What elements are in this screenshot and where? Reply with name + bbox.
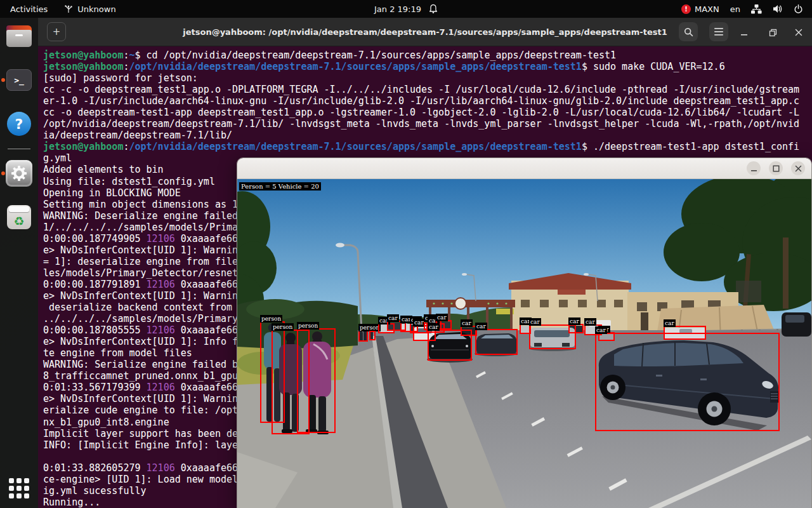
detection-label: car	[529, 318, 541, 326]
maximize-icon	[773, 165, 780, 172]
detection-label: car	[568, 318, 580, 325]
detection-label: car	[387, 314, 399, 322]
detection-label: car	[584, 318, 596, 326]
video-close-button[interactable]	[791, 161, 805, 175]
trash-icon: ♻	[7, 205, 31, 229]
detection-box-person	[369, 331, 376, 340]
dock-item-terminal[interactable]: >_	[6, 67, 32, 93]
restore-icon	[769, 29, 777, 37]
terminal-line: /opt/nvidia/deepstream/deepstream-7.1/li…	[43, 118, 812, 130]
dock-item-trash[interactable]: ♻	[6, 204, 32, 231]
close-icon	[795, 165, 802, 172]
power-mode-label: MAXN	[695, 4, 719, 14]
video-frame: personpersonpersonpersoncarcarcarcarcarc…	[237, 179, 811, 508]
minimize-icon	[740, 29, 748, 36]
detection-box-person: person	[297, 328, 336, 433]
terminal-line: ia/deepstream/deepstream-7.1/lib/	[43, 130, 812, 141]
terminal-line: jetson@yahboom:~$ cd /opt/nvidia/deepstr…	[43, 50, 812, 61]
detection-box-car: car	[475, 329, 518, 355]
detection-label: car	[595, 326, 607, 334]
detection-label: person	[260, 315, 282, 323]
wired-network-icon	[751, 4, 762, 14]
menu-button[interactable]	[709, 22, 728, 41]
detection-label: person	[297, 322, 319, 330]
terminal-line: jetson@yahboom:/opt/nvidia/deepstream/de…	[43, 61, 812, 72]
desktop: { "top_bar": { "activities": "Activities…	[0, 0, 812, 508]
new-tab-button[interactable]: +	[47, 22, 66, 41]
top-bar: Activities Unknown Jan 2 19:19 ! MAXN en	[0, 0, 812, 18]
running-indicator	[1, 78, 5, 82]
recycle-icon: ♻	[13, 215, 24, 227]
show-applications-button[interactable]	[8, 478, 30, 499]
dock-item-files[interactable]	[6, 23, 32, 50]
files-icon	[6, 25, 32, 47]
close-button[interactable]	[792, 25, 806, 39]
video-minimize-button[interactable]	[747, 161, 761, 175]
osd-object-counter: Person = 5 Vehicle = 20	[239, 182, 321, 190]
power-mode-alert-icon: !	[681, 4, 691, 14]
clock-label: Jan 2 19:19	[374, 4, 421, 14]
detection-label: car	[461, 319, 473, 327]
minimize-icon	[750, 165, 757, 172]
settings-gear-icon	[6, 160, 32, 187]
notification-bell-icon	[429, 4, 438, 14]
unknown-app-icon	[64, 4, 73, 13]
focused-app-name: Unknown	[77, 4, 115, 14]
close-icon	[795, 29, 802, 36]
dock-item-settings[interactable]	[6, 160, 32, 187]
dock: >_ ?	[0, 18, 38, 508]
detection-label: car	[475, 323, 487, 330]
dock-item-help[interactable]: ?	[6, 110, 32, 137]
power-icon	[794, 4, 803, 14]
activities-button[interactable]: Activities	[10, 4, 48, 14]
detection-box-car: car	[568, 324, 584, 333]
terminal-line: cc -o deepstream-test1-app deepstream_te…	[43, 107, 812, 118]
search-button[interactable]	[679, 22, 698, 41]
deepstream-video-window: personpersonpersonpersoncarcarcarcarcarc…	[237, 157, 812, 508]
terminal-line: cc -c -o deepstream_test1_app.o -DPLATFO…	[43, 84, 812, 95]
terminal-line: [sudo] password for jetson:	[43, 72, 812, 84]
dock-separator	[8, 149, 30, 149]
detection-box-car: car	[595, 333, 780, 431]
terminal-icon: >_	[6, 69, 32, 91]
search-icon	[684, 27, 693, 37]
minimize-button[interactable]	[737, 25, 751, 39]
clock-menu[interactable]: Jan 2 19:19	[374, 0, 438, 18]
system-status-area[interactable]: ! MAXN en	[681, 0, 812, 18]
detection-overlay: personpersonpersonpersoncarcarcarcarcarc…	[237, 179, 811, 508]
terminal-line: er-1.0 -I/usr/include/aarch64-linux-gnu …	[43, 95, 812, 107]
video-maximize-button[interactable]	[769, 161, 783, 175]
keyboard-layout-indicator[interactable]: en	[730, 4, 740, 14]
detection-label: car	[436, 314, 448, 321]
terminal-line: jetson@yahboom:/opt/nvidia/deepstream/de…	[43, 141, 812, 152]
detection-label: car	[664, 319, 676, 327]
detection-label: car	[428, 323, 440, 331]
running-indicator	[1, 171, 5, 175]
terminal-titlebar[interactable]: + jetson@yahboom: /opt/nvidia/deepstream…	[38, 18, 812, 46]
focused-app-menu[interactable]: Unknown	[64, 4, 115, 14]
video-window-titlebar[interactable]	[237, 158, 811, 179]
volume-icon	[773, 4, 783, 13]
help-icon: ?	[7, 112, 31, 136]
power-mode-indicator: ! MAXN	[681, 4, 719, 14]
detection-label: car	[413, 319, 425, 326]
hamburger-icon	[714, 28, 723, 36]
detection-label: person	[272, 323, 294, 331]
restore-button[interactable]	[766, 25, 780, 39]
detection-box-person: person	[358, 330, 368, 342]
